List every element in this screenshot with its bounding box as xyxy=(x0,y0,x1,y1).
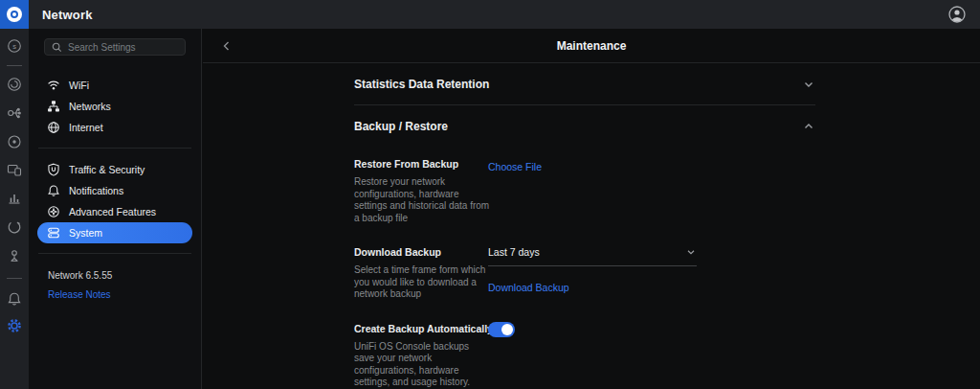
search-input[interactable] xyxy=(68,42,178,53)
section-title: Backup / Restore xyxy=(354,120,448,133)
settings-sidebar: WiFi Networks Internet xyxy=(29,29,202,389)
bell-icon xyxy=(47,184,60,197)
devices-icon[interactable] xyxy=(7,162,22,177)
search-icon xyxy=(52,42,62,53)
main-content: Maintenance Statistics Data Retention Ba… xyxy=(203,29,980,389)
target-clients-icon[interactable] xyxy=(7,134,22,149)
row-description: Select a time frame form which you would… xyxy=(354,264,490,301)
system-icon xyxy=(47,226,60,240)
search-settings[interactable] xyxy=(44,38,186,56)
unifi-logo-icon xyxy=(7,7,22,22)
sidebar-item-system[interactable]: System xyxy=(37,222,192,243)
content-header: Maintenance xyxy=(203,29,980,63)
sidebar-item-wifi[interactable]: WiFi xyxy=(37,75,192,96)
beacon-hotspot-icon[interactable] xyxy=(7,248,22,263)
toggle-knob xyxy=(501,324,513,335)
shield-icon xyxy=(47,163,60,176)
sidebar-item-label: Advanced Features xyxy=(69,206,156,217)
row-label: Restore From Backup xyxy=(354,157,488,171)
timeframe-selected-value: Last 7 days xyxy=(488,245,540,259)
timeframe-select[interactable]: Last 7 days xyxy=(488,245,697,266)
sidebar-item-internet[interactable]: Internet xyxy=(37,117,192,138)
sidebar-item-networks[interactable]: Networks xyxy=(37,96,192,117)
spiral-dashboard-icon[interactable] xyxy=(7,77,22,92)
choose-file-button[interactable]: Choose File xyxy=(488,160,542,173)
app-title: Network xyxy=(42,8,93,22)
chevron-down-icon xyxy=(802,78,815,91)
networks-icon xyxy=(47,100,60,113)
section-title: Statistics Data Retention xyxy=(354,78,489,91)
rail-divider xyxy=(7,65,22,66)
sidebar-item-label: WiFi xyxy=(69,80,89,91)
sidebar-item-label: Traffic & Security xyxy=(69,164,145,175)
bell-notifications-icon[interactable] xyxy=(7,291,22,307)
sidebar-item-label: Networks xyxy=(69,101,111,112)
s-console-icon[interactable]: s xyxy=(7,38,22,54)
sidebar-nav: WiFi Networks Internet xyxy=(29,75,201,243)
topbar: Network xyxy=(29,0,980,29)
version-text: Network 6.5.55 xyxy=(48,270,201,281)
row-label: Create Backup Automatically xyxy=(354,322,488,335)
wifi-icon xyxy=(47,79,60,92)
sidebar-item-label: System xyxy=(69,227,102,239)
chevron-down-icon xyxy=(685,246,697,258)
sparkle-circle-icon xyxy=(47,205,60,218)
row-description: Restore your network configurations, har… xyxy=(354,176,490,224)
user-avatar-icon[interactable] xyxy=(947,5,967,24)
topology-icon[interactable] xyxy=(7,105,22,121)
sidebar-item-advanced-features[interactable]: Advanced Features xyxy=(37,201,192,222)
download-backup-button[interactable]: Download Backup xyxy=(488,281,569,294)
svg-text:s: s xyxy=(12,42,16,51)
unifi-logo[interactable] xyxy=(0,0,29,29)
release-notes-link[interactable]: Release Notes xyxy=(48,289,111,300)
sidebar-item-label: Internet xyxy=(69,122,103,133)
back-chevron-icon[interactable] xyxy=(220,39,234,53)
row-description: UniFi OS Console backups save your netwo… xyxy=(354,341,490,389)
app-rail: s xyxy=(0,29,29,389)
page-title: Maintenance xyxy=(557,39,627,53)
section-statistics-data-retention[interactable]: Statistics Data Retention xyxy=(354,63,815,105)
bar-chart-statistics-icon[interactable] xyxy=(7,191,22,206)
chevron-up-icon xyxy=(802,120,815,133)
auto-backup-toggle[interactable] xyxy=(488,322,515,337)
globe-icon xyxy=(47,121,60,134)
gear-settings-icon[interactable] xyxy=(7,318,22,333)
sidebar-item-notifications[interactable]: Notifications xyxy=(37,180,192,201)
restore-from-backup-row: Restore From Backup Restore your network… xyxy=(354,157,815,224)
section-backup-restore[interactable]: Backup / Restore xyxy=(354,105,815,148)
sidebar-item-traffic-security[interactable]: Traffic & Security xyxy=(37,159,192,180)
create-backup-automatically-row: Create Backup Automatically UniFi OS Con… xyxy=(354,322,815,389)
sidebar-item-label: Notifications xyxy=(69,185,123,196)
sidebar-divider xyxy=(38,148,191,149)
row-label: Download Backup xyxy=(354,245,488,259)
ring-insights-icon[interactable] xyxy=(7,219,22,235)
rail-divider xyxy=(7,278,22,279)
download-backup-row: Download Backup Select a time frame form… xyxy=(354,245,815,301)
sidebar-divider xyxy=(38,253,191,254)
